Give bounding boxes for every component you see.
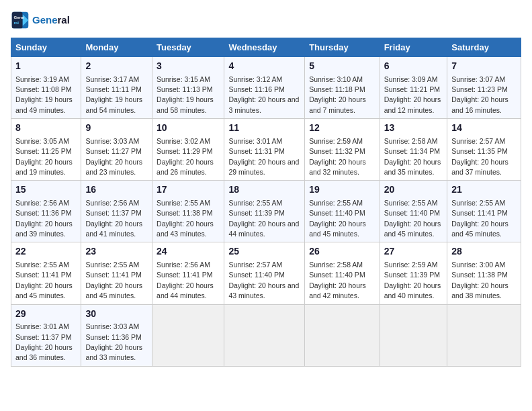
calendar-day-cell: 5 Sunrise: 3:10 AM Sunset: 11:18 PM Dayl… bbox=[305, 57, 380, 119]
calendar-day-cell: 9 Sunrise: 3:03 AM Sunset: 11:27 PM Dayl… bbox=[81, 119, 152, 181]
logo-icon: Gene ral bbox=[11, 11, 30, 30]
day-number: 1 bbox=[15, 60, 77, 73]
sunrise-info: Sunrise: 2:58 AM bbox=[384, 137, 438, 145]
calendar-day-cell: 30 Sunrise: 3:03 AM Sunset: 11:36 PM Day… bbox=[81, 304, 152, 366]
sunset-info: Sunset: 11:41 PM bbox=[85, 271, 141, 279]
day-number: 3 bbox=[157, 60, 220, 73]
sunset-info: Sunset: 11:37 PM bbox=[15, 333, 71, 341]
daylight-info: Daylight: 19 hours and 54 minutes. bbox=[85, 95, 142, 113]
sunset-info: Sunset: 11:29 PM bbox=[157, 147, 212, 155]
sunset-info: Sunset: 11:39 PM bbox=[384, 271, 440, 279]
sunrise-info: Sunrise: 2:55 AM bbox=[309, 199, 363, 207]
svg-text:Gene: Gene bbox=[13, 15, 24, 19]
logo: Gene ral General bbox=[11, 11, 70, 30]
day-number: 7 bbox=[451, 60, 517, 73]
calendar-day-cell: 6 Sunrise: 3:09 AM Sunset: 11:21 PM Dayl… bbox=[380, 57, 447, 119]
sunset-info: Sunset: 11:16 PM bbox=[228, 85, 284, 93]
calendar-day-cell: 7 Sunrise: 3:07 AM Sunset: 11:23 PM Dayl… bbox=[447, 57, 521, 119]
sunrise-info: Sunrise: 3:00 AM bbox=[451, 261, 505, 269]
day-number: 21 bbox=[451, 183, 517, 197]
sunset-info: Sunset: 11:36 PM bbox=[15, 209, 71, 217]
sunrise-info: Sunrise: 2:56 AM bbox=[85, 199, 139, 207]
daylight-info: Daylight: 20 hours and 45 minutes. bbox=[451, 220, 508, 238]
calendar-day-cell: 21 Sunrise: 2:55 AM Sunset: 11:41 PM Day… bbox=[447, 181, 521, 242]
calendar-body: 1 Sunrise: 3:19 AM Sunset: 11:08 PM Dayl… bbox=[11, 57, 521, 367]
daylight-info: Daylight: 20 hours and 44 minutes. bbox=[157, 281, 214, 300]
sunrise-info: Sunrise: 2:57 AM bbox=[451, 137, 505, 145]
sunset-info: Sunset: 11:38 PM bbox=[451, 271, 507, 279]
sunset-info: Sunset: 11:13 PM bbox=[157, 85, 212, 93]
daylight-info: Daylight: 20 hours and 33 minutes. bbox=[85, 343, 142, 361]
sunrise-info: Sunrise: 3:07 AM bbox=[451, 75, 505, 83]
sunset-info: Sunset: 11:35 PM bbox=[451, 147, 507, 155]
sunset-info: Sunset: 11:23 PM bbox=[451, 85, 507, 93]
calendar-day-cell bbox=[305, 304, 380, 366]
day-number: 17 bbox=[157, 183, 220, 197]
daylight-info: Daylight: 20 hours and 44 minutes. bbox=[228, 220, 299, 238]
calendar-day-cell: 26 Sunrise: 2:58 AM Sunset: 11:40 PM Day… bbox=[305, 242, 380, 304]
calendar-day-cell: 12 Sunrise: 2:59 AM Sunset: 11:32 PM Day… bbox=[305, 119, 380, 181]
daylight-info: Daylight: 20 hours and 45 minutes. bbox=[384, 220, 441, 238]
sunrise-info: Sunrise: 3:03 AM bbox=[85, 137, 139, 145]
sunset-info: Sunset: 11:36 PM bbox=[85, 333, 141, 341]
sunset-info: Sunset: 11:39 PM bbox=[228, 209, 284, 217]
calendar-day-cell: 27 Sunrise: 2:59 AM Sunset: 11:39 PM Day… bbox=[380, 242, 447, 304]
day-number: 23 bbox=[85, 245, 148, 259]
sunrise-info: Sunrise: 2:55 AM bbox=[15, 261, 69, 269]
calendar-day-cell: 11 Sunrise: 3:01 AM Sunset: 11:31 PM Day… bbox=[224, 119, 305, 181]
daylight-info: Daylight: 20 hours and 29 minutes. bbox=[228, 158, 299, 176]
calendar-day-cell: 15 Sunrise: 2:56 AM Sunset: 11:36 PM Day… bbox=[11, 181, 81, 242]
day-number: 20 bbox=[384, 183, 443, 197]
sunrise-info: Sunrise: 3:01 AM bbox=[228, 137, 282, 145]
sunrise-info: Sunrise: 3:05 AM bbox=[15, 137, 69, 145]
header-row: SundayMondayTuesdayWednesdayThursdayFrid… bbox=[11, 38, 521, 57]
daylight-info: Daylight: 20 hours and 23 minutes. bbox=[85, 158, 142, 176]
sunset-info: Sunset: 11:41 PM bbox=[451, 209, 507, 217]
calendar-day-cell: 18 Sunrise: 2:55 AM Sunset: 11:39 PM Day… bbox=[224, 181, 305, 242]
calendar-day-cell: 19 Sunrise: 2:55 AM Sunset: 11:40 PM Day… bbox=[305, 181, 380, 242]
logo-text: General bbox=[32, 14, 70, 26]
daylight-info: Daylight: 19 hours and 58 minutes. bbox=[157, 95, 214, 113]
calendar-week-row: 15 Sunrise: 2:56 AM Sunset: 11:36 PM Day… bbox=[11, 181, 521, 242]
sunrise-info: Sunrise: 2:56 AM bbox=[157, 261, 210, 269]
calendar-day-cell: 28 Sunrise: 3:00 AM Sunset: 11:38 PM Day… bbox=[447, 242, 521, 304]
daylight-info: Daylight: 20 hours and 3 minutes. bbox=[228, 95, 299, 113]
sunrise-info: Sunrise: 3:03 AM bbox=[85, 322, 139, 330]
page-header: Gene ral General bbox=[11, 11, 521, 30]
calendar-day-cell: 4 Sunrise: 3:12 AM Sunset: 11:16 PM Dayl… bbox=[224, 57, 305, 119]
calendar-week-row: 22 Sunrise: 2:55 AM Sunset: 11:41 PM Day… bbox=[11, 242, 521, 304]
daylight-info: Daylight: 20 hours and 45 minutes. bbox=[309, 220, 366, 238]
sunrise-info: Sunrise: 2:57 AM bbox=[228, 261, 282, 269]
calendar-table: SundayMondayTuesdayWednesdayThursdayFrid… bbox=[11, 38, 521, 367]
calendar-day-cell: 16 Sunrise: 2:56 AM Sunset: 11:37 PM Day… bbox=[81, 181, 152, 242]
day-number: 10 bbox=[157, 122, 220, 135]
sunrise-info: Sunrise: 3:02 AM bbox=[157, 137, 210, 145]
day-number: 22 bbox=[15, 245, 77, 259]
calendar-day-cell bbox=[224, 304, 305, 366]
day-number: 25 bbox=[228, 245, 300, 259]
calendar-week-row: 8 Sunrise: 3:05 AM Sunset: 11:25 PM Dayl… bbox=[11, 119, 521, 181]
calendar-day-cell: 14 Sunrise: 2:57 AM Sunset: 11:35 PM Day… bbox=[447, 119, 521, 181]
sunset-info: Sunset: 11:18 PM bbox=[309, 85, 365, 93]
day-number: 6 bbox=[384, 60, 443, 73]
sunset-info: Sunset: 11:08 PM bbox=[15, 85, 71, 93]
day-number: 27 bbox=[384, 245, 443, 259]
day-number: 11 bbox=[228, 122, 300, 135]
sunset-info: Sunset: 11:11 PM bbox=[85, 85, 141, 93]
day-of-week-header: Wednesday bbox=[224, 38, 305, 57]
daylight-info: Daylight: 20 hours and 42 minutes. bbox=[309, 281, 366, 300]
sunrise-info: Sunrise: 3:01 AM bbox=[15, 322, 69, 330]
sunset-info: Sunset: 11:40 PM bbox=[309, 271, 365, 279]
calendar-day-cell: 25 Sunrise: 2:57 AM Sunset: 11:40 PM Day… bbox=[224, 242, 305, 304]
calendar-day-cell bbox=[447, 304, 521, 366]
day-number: 15 bbox=[15, 183, 77, 197]
calendar-day-cell: 1 Sunrise: 3:19 AM Sunset: 11:08 PM Dayl… bbox=[11, 57, 81, 119]
daylight-info: Daylight: 20 hours and 7 minutes. bbox=[309, 95, 366, 113]
calendar-day-cell: 23 Sunrise: 2:55 AM Sunset: 11:41 PM Day… bbox=[81, 242, 152, 304]
day-number: 19 bbox=[309, 183, 375, 197]
calendar-day-cell: 2 Sunrise: 3:17 AM Sunset: 11:11 PM Dayl… bbox=[81, 57, 152, 119]
daylight-info: Daylight: 20 hours and 40 minutes. bbox=[384, 281, 441, 300]
daylight-info: Daylight: 20 hours and 35 minutes. bbox=[384, 158, 441, 176]
sunrise-info: Sunrise: 2:59 AM bbox=[384, 261, 438, 269]
daylight-info: Daylight: 20 hours and 26 minutes. bbox=[157, 158, 214, 176]
